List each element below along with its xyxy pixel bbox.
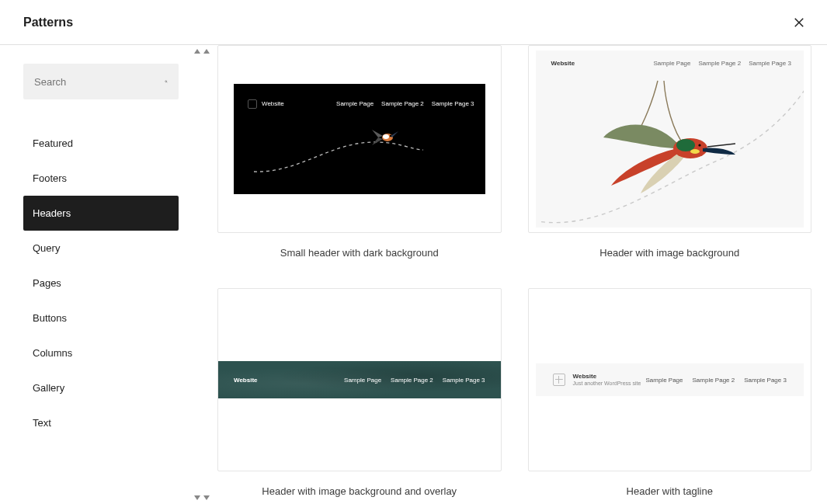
body: Featured Footers Headers Query Pages But… <box>0 45 827 504</box>
pattern-card[interactable]: Website Just another WordPress site Samp… <box>528 288 812 497</box>
search-box[interactable] <box>23 64 179 99</box>
preview-site-title: Website <box>573 373 641 381</box>
preview-site-title: Website <box>551 60 575 67</box>
svg-point-2 <box>165 81 167 82</box>
svg-point-10 <box>690 149 700 154</box>
sidebar: Featured Footers Headers Query Pages But… <box>0 45 202 504</box>
patterns-modal: Patterns Featured Footers Headers Query … <box>0 0 827 504</box>
category-label: Gallery <box>33 382 64 394</box>
topbar: Patterns <box>0 0 827 45</box>
category-gallery[interactable]: Gallery <box>23 370 179 405</box>
close-icon <box>792 16 806 30</box>
svg-line-3 <box>167 82 168 83</box>
preview-site-title: Website <box>234 377 258 384</box>
category-label: Columns <box>33 347 72 359</box>
preview-nav-link: Sample Page 2 <box>381 100 424 107</box>
logo-icon <box>248 99 257 109</box>
category-label: Headers <box>33 207 71 219</box>
pattern-title: Header with tagline <box>627 485 713 497</box>
pattern-card[interactable]: Website Sample Page Sample Page 2 Sample… <box>217 45 502 259</box>
preview-tagline: Just another WordPress site <box>573 381 641 387</box>
category-list: Featured Footers Headers Query Pages But… <box>23 126 179 440</box>
preview-nav-link: Sample Page 2 <box>699 60 742 67</box>
category-label: Pages <box>33 277 61 289</box>
category-columns[interactable]: Columns <box>23 335 179 370</box>
pattern-title: Header with image background and overlay <box>262 485 457 497</box>
pattern-card[interactable]: Website Sample Page Sample Page 2 Sample… <box>217 288 502 497</box>
logo-icon <box>553 374 565 386</box>
pattern-grid-container: Website Sample Page Sample Page 2 Sample… <box>202 45 827 504</box>
preview-nav-link: Sample Page 3 <box>443 377 485 384</box>
preview-nav-link: Sample Page 2 <box>391 377 433 384</box>
preview-site-title: Website <box>262 100 284 107</box>
pattern-grid: Website Sample Page Sample Page 2 Sample… <box>217 45 811 497</box>
category-label: Text <box>33 417 51 429</box>
category-featured[interactable]: Featured <box>23 126 179 161</box>
preview-nav-link: Sample Page 2 <box>693 377 735 384</box>
preview-nav-link: Sample Page <box>653 60 690 67</box>
close-button[interactable] <box>787 10 811 35</box>
bird-icon <box>367 125 401 148</box>
category-pages[interactable]: Pages <box>23 266 179 301</box>
category-label: Buttons <box>33 312 67 324</box>
svg-point-5 <box>383 134 389 139</box>
pattern-preview: Website Just another WordPress site Samp… <box>528 288 812 471</box>
pattern-title: Small header with dark background <box>280 247 439 259</box>
pattern-title: Header with image background <box>599 247 739 259</box>
category-query[interactable]: Query <box>23 231 179 266</box>
scroll-up-icon[interactable] <box>193 47 202 56</box>
category-label: Footers <box>33 172 67 184</box>
search-icon <box>165 75 168 89</box>
preview-nav-link: Sample Page 3 <box>744 377 787 384</box>
category-buttons[interactable]: Buttons <box>23 301 179 335</box>
svg-point-9 <box>699 144 701 147</box>
scroll-down-icon[interactable] <box>202 493 211 502</box>
search-input[interactable] <box>34 76 165 88</box>
category-footers[interactable]: Footers <box>23 161 179 196</box>
pattern-preview: Website Sample Page Sample Page 2 Sample… <box>217 288 502 471</box>
svg-point-6 <box>390 135 391 137</box>
pattern-preview: Website Sample Page Sample Page 2 Sample… <box>528 45 812 233</box>
page-title: Patterns <box>23 16 73 30</box>
preview-nav-link: Sample Page <box>336 100 374 107</box>
category-text[interactable]: Text <box>23 405 179 440</box>
scroll-up-icon[interactable] <box>202 47 211 56</box>
scroll-down-icon[interactable] <box>193 493 202 502</box>
pattern-preview: Website Sample Page Sample Page 2 Sample… <box>217 45 502 233</box>
preview-nav-link: Sample Page 3 <box>749 60 791 67</box>
preview-nav-link: Sample Page <box>645 377 683 384</box>
category-headers[interactable]: Headers <box>23 196 179 231</box>
pattern-card[interactable]: Website Sample Page Sample Page 2 Sample… <box>528 45 812 259</box>
hummingbird-icon <box>603 77 735 193</box>
category-label: Featured <box>33 137 73 149</box>
preview-nav-link: Sample Page 3 <box>432 100 474 107</box>
category-label: Query <box>33 242 60 254</box>
preview-nav-link: Sample Page <box>344 377 381 384</box>
